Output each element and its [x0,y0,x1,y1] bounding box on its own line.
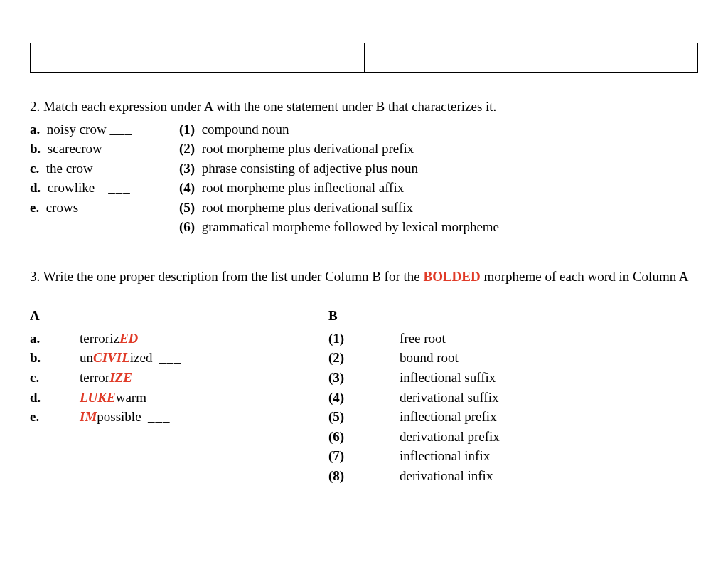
word-bold: IZE [109,370,132,385]
q3-column-b: B (1) free root (2) bound root (3) infle… [328,306,698,485]
q3-columns: A a. terrorizED ___ b. unCIVILized ___ [30,306,698,485]
answer-blank[interactable]: ___ [108,178,131,198]
q2-marker: b. [30,141,41,156]
q3-A-marker: e. [30,407,80,427]
q2-right-item: (2) root morpheme plus derivational pref… [179,139,698,159]
q2-marker: e. [30,200,39,215]
q3-B-item: (3) inflectional suffix [328,368,698,388]
answer-blank[interactable]: ___ [148,407,171,427]
q2-expression: the crow [46,161,93,176]
q3-B-marker: (7) [328,446,400,466]
answer-blank[interactable]: ___ [159,348,182,368]
q3-B-desc: free root [400,329,446,349]
word-bold: CIVIL [93,350,130,365]
word-pre: terror [80,370,109,385]
q3-B-marker: (5) [328,407,400,427]
word-pre: un [80,350,93,365]
q2-right-item: (5) root morpheme plus derivational suff… [179,198,698,218]
q3-B-desc: derivational prefix [400,427,500,447]
q2-right-item: (1) compound noun [179,120,698,139]
q2-right-item: (3) phrase consisting of adjective plus … [179,159,698,179]
q3-B-desc: derivational suffix [400,388,498,408]
q3-B-marker: (4) [328,388,400,408]
q3-B-item: (8) derivational infix [328,466,698,486]
answer-blank[interactable]: ___ [145,329,168,349]
q2-rows: a. noisy crow ___ (1) compound noun b. s… [30,120,698,237]
q2-marker: c. [30,161,39,176]
q2-description: root morpheme plus inflectional affix [202,180,405,195]
q2-description: grammatical morpheme followed by lexical… [202,219,499,234]
q3-A-item: b. unCIVILized ___ [30,348,328,368]
q3-B-desc: derivational infix [400,466,493,486]
header-cell-right[interactable] [364,43,698,73]
q2-prompt: 2. Match each expression under A with th… [30,97,698,117]
word-post: warm [116,390,146,405]
q2-row: c. the crow ___ (3) phrase consisting of… [30,159,698,179]
q3-B-item: (1) free root [328,329,698,349]
word-bold: ED [119,331,138,346]
q3-A-marker: a. [30,329,80,349]
q2-description: root morpheme plus derivational prefix [202,141,414,156]
header-cell-left[interactable] [31,43,365,73]
header-table [30,43,698,73]
q3-B-marker: (6) [328,427,400,447]
q3-A-item: e. IMpossible ___ [30,407,328,427]
q3-A-marker: d. [30,388,80,408]
q3-B-item: (6) derivational prefix [328,427,698,447]
answer-blank[interactable]: ___ [139,368,161,388]
q3-B-item: (5) inflectional prefix [328,407,698,427]
q2-right-marker: (6) [179,219,195,234]
q3-B-item: (4) derivational suffix [328,388,698,408]
q2-right-item: (6) grammatical morpheme followed by lex… [179,217,698,237]
q3-B-desc: bound root [400,348,459,368]
q3-A-item: a. terrorizED ___ [30,329,328,349]
q2-expression: crows [46,200,78,215]
q2-description: compound noun [202,122,289,137]
q3-B-marker: (8) [328,466,400,486]
q3-A-word: IMpossible ___ [80,407,171,427]
q3-A-item: d. LUKEwarm ___ [30,388,328,408]
q2-left-item: b. scarecrow ___ [30,139,179,159]
q3-B-marker: (2) [328,348,400,368]
q2-right-marker: (3) [179,161,195,176]
q3-A-marker: c. [30,368,80,388]
q2-left-item: a. noisy crow ___ [30,120,179,139]
answer-blank[interactable]: ___ [105,198,128,218]
q2-left-item: e. crows ___ [30,198,179,218]
word-post: ized [130,350,153,365]
q3-B-desc: inflectional prefix [400,407,497,427]
q3-B-marker: (1) [328,329,400,349]
q2-right-marker: (4) [179,180,195,195]
q2-row: e. crows ___ (5) root morpheme plus deri… [30,198,698,218]
answer-blank[interactable]: ___ [109,159,132,179]
answer-blank[interactable]: ___ [153,388,176,408]
q3-B-desc: inflectional infix [400,446,490,466]
q3-prompt: 3. Write the one proper description from… [30,267,698,287]
q3-colA-head: A [30,306,328,326]
word-bold: IM [80,409,97,424]
answer-blank[interactable]: ___ [109,120,132,139]
q3-A-word: terrorIZE ___ [80,368,161,388]
word-bold: LUKE [80,390,116,405]
question-2: 2. Match each expression under A with th… [30,97,698,237]
q2-description: root morpheme plus derivational suffix [202,200,413,215]
q3-column-a: A a. terrorizED ___ b. unCIVILized ___ [30,306,328,485]
q3-B-item: (7) inflectional infix [328,446,698,466]
q2-expression: noisy crow [47,122,107,137]
q2-marker: d. [30,180,41,195]
q3-A-word: terrorizED ___ [80,329,167,349]
worksheet-page: 2. Match each expression under A with th… [0,0,728,572]
q2-right-item: (4) root morpheme plus inflectional affi… [179,178,698,198]
q3-prompt-bold: BOLDED [423,269,480,284]
question-3: 3. Write the one proper description from… [30,267,698,485]
q2-left-item: c. the crow ___ [30,159,179,179]
q2-right-marker: (5) [179,200,195,215]
answer-blank[interactable]: ___ [112,139,135,159]
word-pre: terroriz [80,331,119,346]
q2-expression: scarecrow [48,141,102,156]
q2-marker: a. [30,122,40,137]
q3-prompt-post: morpheme of each word in Column A [481,269,689,284]
q2-left-item: d. crowlike ___ [30,178,179,198]
q2-row: b. scarecrow ___ (2) root morpheme plus … [30,139,698,159]
q2-description: phrase consisting of adjective plus noun [202,161,418,176]
